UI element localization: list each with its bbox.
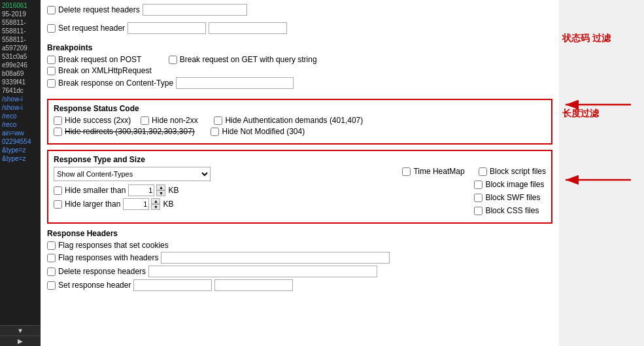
breakpoints-section: Breakpoints Break request on POST Break … bbox=[47, 41, 552, 94]
log-entry: b08a69 bbox=[0, 69, 41, 78]
delete-request-headers-input[interactable] bbox=[143, 4, 247, 16]
set-response-header-input2[interactable] bbox=[214, 279, 293, 291]
hide-larger-row: Hide larger than ▲ ▼ KB bbox=[54, 198, 392, 210]
set-response-header-input1[interactable] bbox=[133, 279, 212, 291]
hide-auth-label: Hide Authentication demands (401,407) bbox=[225, 116, 363, 125]
log-entry: /show-i bbox=[0, 103, 41, 112]
break-content-type-input[interactable] bbox=[176, 77, 294, 89]
hide-smaller-arrows: ▲ ▼ bbox=[156, 184, 165, 196]
flag-headers-row: Flag responses with headers bbox=[47, 252, 552, 264]
break-get-checkbox[interactable] bbox=[169, 56, 177, 64]
hide-non2xx-checkbox[interactable] bbox=[141, 116, 149, 125]
log-entry: 558811- bbox=[0, 27, 41, 35]
hide-smaller-down[interactable]: ▼ bbox=[156, 190, 165, 196]
block-swf-label: Block SWF files bbox=[485, 193, 540, 202]
time-heatmap-checkbox[interactable] bbox=[402, 167, 411, 176]
break-post-row: Break request on POST Break request on G… bbox=[47, 55, 552, 64]
flag-headers-checkbox[interactable] bbox=[47, 254, 56, 262]
block-swf-checkbox[interactable] bbox=[474, 194, 483, 202]
log-entry: 558811- bbox=[0, 35, 41, 44]
annotation-label-1: 状态码 过滤 bbox=[562, 33, 611, 44]
log-entry: &type=z bbox=[0, 154, 41, 163]
hide-larger-label: Hide larger than bbox=[65, 199, 120, 209]
break-content-type-row: Break response on Content-Type bbox=[47, 77, 552, 89]
hide-larger-arrows: ▲ ▼ bbox=[151, 198, 160, 210]
set-request-header-input2[interactable] bbox=[209, 22, 287, 34]
response-type-left: Show all Content-Types Hide Images Hide … bbox=[54, 167, 392, 212]
set-request-header-label: Set request header bbox=[58, 24, 125, 33]
hide-smaller-input[interactable] bbox=[128, 184, 154, 196]
block-css-row: Block CSS files bbox=[474, 206, 546, 215]
set-response-header-label: Set response header bbox=[58, 281, 131, 290]
break-content-type-label: Break response on Content-Type bbox=[58, 78, 173, 88]
breakpoints-title: Breakpoints bbox=[47, 43, 552, 52]
hide-not-modified-checkbox[interactable] bbox=[211, 128, 219, 136]
delete-request-headers-checkbox[interactable] bbox=[47, 6, 56, 14]
block-script-label: Block script files bbox=[490, 167, 546, 176]
response-type-size-section: Response Type and Size Show all Content-… bbox=[47, 150, 552, 224]
hide-smaller-unit: KB bbox=[168, 186, 178, 195]
set-response-header-checkbox[interactable] bbox=[47, 281, 56, 290]
hide-non2xx-label: Hide non-2xx bbox=[152, 116, 198, 125]
hide-larger-checkbox[interactable] bbox=[54, 200, 62, 209]
log-entry: 02294554 bbox=[0, 137, 41, 146]
status-row1: Hide success (2xx) Hide non-2xx Hide Aut… bbox=[54, 116, 546, 125]
set-response-header-row: Set response header bbox=[47, 279, 552, 291]
set-request-header-input1[interactable] bbox=[127, 22, 206, 34]
log-entry: &type=z bbox=[0, 146, 41, 154]
hide-auth-checkbox[interactable] bbox=[214, 116, 222, 125]
flag-cookies-row: Flag responses that set cookies bbox=[47, 241, 552, 250]
annotations-area: 状态码 过滤 长度过滤 bbox=[559, 0, 644, 346]
set-request-header-checkbox[interactable] bbox=[47, 24, 56, 33]
break-xml-checkbox[interactable] bbox=[47, 67, 56, 75]
break-post-checkbox[interactable] bbox=[47, 56, 56, 64]
delete-request-headers-row: Delete request headers bbox=[47, 4, 552, 16]
block-image-row: Block image files bbox=[474, 180, 546, 189]
flag-cookies-checkbox[interactable] bbox=[47, 241, 56, 250]
delete-response-headers-input[interactable] bbox=[148, 266, 377, 277]
hide-redirects-checkbox[interactable] bbox=[54, 128, 62, 136]
response-status-code-section: Response Status Code Hide success (2xx) … bbox=[47, 99, 552, 145]
hide-larger-up[interactable]: ▲ bbox=[151, 198, 160, 204]
sidebar-log: 201606195-2019558811-558811-558811-a5972… bbox=[0, 1, 41, 345]
log-entry: 9339f41 bbox=[0, 78, 41, 86]
flag-headers-label: Flag responses with headers bbox=[58, 253, 158, 262]
delete-request-headers-section: Delete request headers bbox=[47, 4, 552, 16]
log-entry: 7641dc bbox=[0, 86, 41, 95]
log-entry: 95-2019 bbox=[0, 10, 41, 18]
delete-response-headers-row: Delete response headers bbox=[47, 266, 552, 277]
response-status-code-title: Response Status Code bbox=[54, 104, 546, 113]
hide-success-label: Hide success (2xx) bbox=[65, 116, 131, 125]
break-get-label: Break request on GET with query string bbox=[180, 55, 317, 64]
break-post-label: Break request on POST bbox=[58, 55, 141, 64]
hide-smaller-up[interactable]: ▲ bbox=[156, 184, 165, 190]
break-content-type-checkbox[interactable] bbox=[47, 79, 56, 88]
response-headers-section: Response Headers Flag responses that set… bbox=[47, 229, 552, 291]
hide-success-checkbox[interactable] bbox=[54, 116, 62, 125]
log-entry: /reco bbox=[0, 112, 41, 120]
block-script-checkbox[interactable] bbox=[479, 167, 487, 176]
block-css-checkbox[interactable] bbox=[474, 207, 483, 215]
flag-headers-input[interactable] bbox=[161, 252, 390, 264]
hide-larger-spinner: ▲ ▼ bbox=[123, 198, 160, 210]
time-heatmap-row: Time HeatMap Block script files bbox=[402, 167, 546, 176]
expand-down-button[interactable]: ▼ bbox=[0, 325, 41, 336]
status-row2: Hide redirects (300,301,302,303,307) Hid… bbox=[54, 127, 546, 136]
expand-right-button[interactable]: ▶ bbox=[0, 336, 41, 346]
flag-cookies-label: Flag responses that set cookies bbox=[58, 241, 169, 250]
log-entry: 531c0a5 bbox=[0, 52, 41, 61]
response-headers-title: Response Headers bbox=[47, 229, 552, 238]
hide-larger-input[interactable] bbox=[123, 198, 149, 210]
log-entry: e99e246 bbox=[0, 61, 41, 69]
response-type-grid: Show all Content-Types Hide Images Hide … bbox=[54, 167, 546, 217]
set-request-header-row: Set request header bbox=[47, 22, 552, 34]
log-entry: 558811- bbox=[0, 18, 41, 27]
log-entry: 2016061 bbox=[0, 1, 41, 10]
hide-larger-down[interactable]: ▼ bbox=[151, 204, 160, 210]
delete-response-headers-checkbox[interactable] bbox=[47, 268, 56, 276]
hide-smaller-checkbox[interactable] bbox=[54, 186, 62, 195]
content-type-dropdown[interactable]: Show all Content-Types Hide Images Hide … bbox=[54, 167, 211, 181]
response-type-right: Time HeatMap Block script files Block im… bbox=[402, 167, 546, 217]
main-content: Delete request headers Set request heade… bbox=[41, 0, 559, 346]
block-image-checkbox[interactable] bbox=[474, 181, 483, 189]
